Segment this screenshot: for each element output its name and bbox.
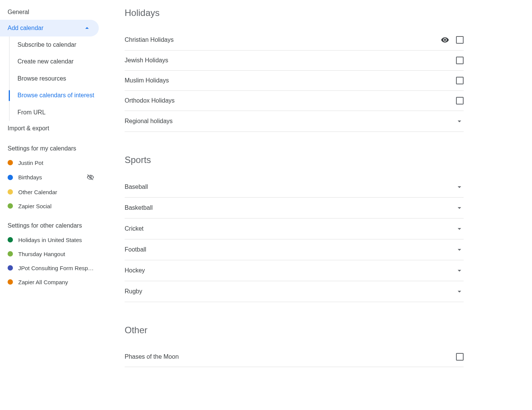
add-calendar-sub-items: Subscribe to calendarCreate new calendar… xyxy=(0,36,102,121)
row-actions xyxy=(441,36,464,44)
calendar-label: Birthdays xyxy=(18,174,81,180)
sidebar-sub-item[interactable]: Browse resources xyxy=(9,70,102,87)
row-actions xyxy=(455,287,464,296)
row-label: Phases of the Moon xyxy=(125,353,456,360)
calendar-row[interactable]: Regional holidays xyxy=(125,111,464,132)
my-calendars-heading: Settings for my calendars xyxy=(0,136,102,156)
visibility-off-icon xyxy=(87,174,94,181)
calendar-row[interactable]: Football xyxy=(125,239,464,260)
calendar-row[interactable]: Rugby xyxy=(125,281,464,302)
calendar-color-dot xyxy=(8,279,13,285)
calendar-color-dot xyxy=(8,265,13,271)
calendar-label: Other Calendar xyxy=(18,189,94,195)
other-calendars-heading: Settings for other calendars xyxy=(0,213,102,233)
chevron-down-icon[interactable] xyxy=(455,287,464,296)
chevron-down-icon[interactable] xyxy=(455,245,464,254)
calendar-item[interactable]: Holidays in United States xyxy=(0,233,102,247)
other-list: Phases of the Moon xyxy=(125,347,464,367)
sidebar-item-label: General xyxy=(8,9,29,16)
other-heading: Other xyxy=(125,325,464,336)
calendar-item[interactable]: JPot Consulting Form Resp… xyxy=(0,261,102,275)
calendar-label: Zapier Social xyxy=(18,203,94,209)
calendar-row[interactable]: Christian Holidays xyxy=(125,30,464,51)
chevron-down-icon[interactable] xyxy=(455,225,464,233)
row-label: Muslim Holidays xyxy=(125,77,456,84)
calendar-color-dot xyxy=(8,189,13,195)
calendar-color-dot xyxy=(8,237,13,242)
row-actions xyxy=(456,97,464,104)
calendar-color-dot xyxy=(8,203,13,209)
calendar-item[interactable]: Zapier All Company xyxy=(0,275,102,289)
row-label: Rugby xyxy=(125,288,455,295)
calendar-item[interactable]: Other Calendar xyxy=(0,185,102,199)
calendar-item[interactable]: Thursday Hangout xyxy=(0,247,102,261)
sidebar-item-general[interactable]: General xyxy=(0,5,102,20)
row-label: Hockey xyxy=(125,267,455,274)
other-calendars-list: Holidays in United StatesThursday Hangou… xyxy=(0,233,102,289)
row-actions xyxy=(456,77,464,84)
sidebar-sub-item[interactable]: Create new calendar xyxy=(9,53,102,70)
row-actions xyxy=(455,183,464,191)
subscribe-checkbox[interactable] xyxy=(456,36,464,44)
calendar-label: Zapier All Company xyxy=(18,279,94,285)
sidebar-sub-item[interactable]: Subscribe to calendar xyxy=(9,36,102,53)
sidebar-sub-item[interactable]: Browse calendars of interest xyxy=(9,87,102,104)
calendar-item[interactable]: Birthdays xyxy=(0,170,102,185)
chevron-down-icon[interactable] xyxy=(455,117,464,125)
calendar-row[interactable]: Basketball xyxy=(125,198,464,218)
row-actions xyxy=(455,117,464,125)
row-label: Christian Holidays xyxy=(125,36,441,43)
chevron-down-icon[interactable] xyxy=(455,183,464,191)
calendar-item[interactable]: Justin Pot xyxy=(0,156,102,170)
calendar-row[interactable]: Phases of the Moon xyxy=(125,347,464,367)
row-label: Orthodox Holidays xyxy=(125,97,456,104)
calendar-color-dot xyxy=(8,175,13,180)
holidays-list: Christian HolidaysJewish HolidaysMuslim … xyxy=(125,30,464,132)
chevron-down-icon[interactable] xyxy=(455,266,464,275)
row-label: Jewish Holidays xyxy=(125,57,456,64)
calendar-row[interactable]: Orthodox Holidays xyxy=(125,91,464,111)
row-label: Baseball xyxy=(125,184,455,190)
sports-list: BaseballBasketballCricketFootballHockeyR… xyxy=(125,177,464,302)
calendar-color-dot xyxy=(8,160,13,165)
row-actions xyxy=(456,353,464,361)
sidebar-item-label: Add calendar xyxy=(8,25,43,32)
calendar-row[interactable]: Cricket xyxy=(125,218,464,239)
calendar-row[interactable]: Baseball xyxy=(125,177,464,198)
row-label: Basketball xyxy=(125,204,455,211)
row-actions xyxy=(455,225,464,233)
calendar-label: Thursday Hangout xyxy=(18,251,94,257)
sidebar: General Add calendar Subscribe to calend… xyxy=(0,0,102,410)
row-actions xyxy=(456,57,464,64)
row-label: Football xyxy=(125,246,455,253)
main-content: Holidays Christian HolidaysJewish Holida… xyxy=(102,0,532,410)
chevron-up-icon xyxy=(83,24,91,32)
holidays-heading: Holidays xyxy=(125,8,464,18)
chevron-down-icon[interactable] xyxy=(455,204,464,212)
calendar-item[interactable]: Zapier Social xyxy=(0,199,102,213)
row-actions xyxy=(455,266,464,275)
calendar-row[interactable]: Muslim Holidays xyxy=(125,71,464,91)
preview-icon[interactable] xyxy=(441,36,449,44)
sidebar-sub-item[interactable]: From URL xyxy=(9,104,102,121)
my-calendars-list: Justin PotBirthdaysOther CalendarZapier … xyxy=(0,156,102,213)
sidebar-item-label: Import & export xyxy=(8,125,49,132)
calendar-row[interactable]: Jewish Holidays xyxy=(125,51,464,71)
calendar-color-dot xyxy=(8,251,13,256)
calendar-label: JPot Consulting Form Resp… xyxy=(18,265,94,271)
sports-heading: Sports xyxy=(125,155,464,165)
row-label: Regional holidays xyxy=(125,118,455,125)
subscribe-checkbox[interactable] xyxy=(456,97,464,104)
subscribe-checkbox[interactable] xyxy=(456,353,464,361)
row-actions xyxy=(455,245,464,254)
row-actions xyxy=(455,204,464,212)
row-label: Cricket xyxy=(125,225,455,232)
calendar-row[interactable]: Hockey xyxy=(125,260,464,281)
subscribe-checkbox[interactable] xyxy=(456,57,464,64)
sidebar-item-import-export[interactable]: Import & export xyxy=(0,121,102,136)
calendar-label: Justin Pot xyxy=(18,160,94,166)
subscribe-checkbox[interactable] xyxy=(456,77,464,84)
sidebar-item-add-calendar[interactable]: Add calendar xyxy=(0,20,99,36)
calendar-label: Holidays in United States xyxy=(18,237,94,243)
